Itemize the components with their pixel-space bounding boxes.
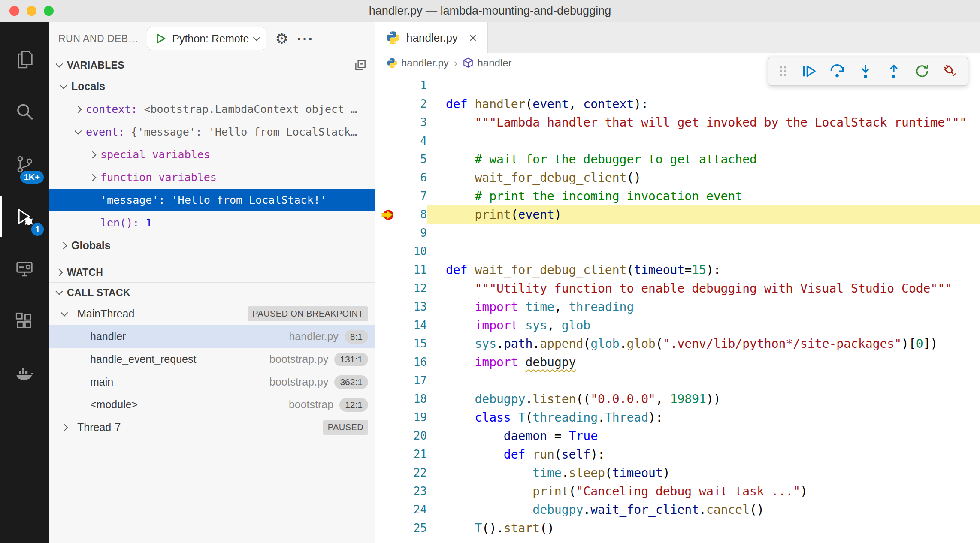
minimize-window-button[interactable] (27, 6, 36, 16)
glyph-margin[interactable] (375, 169, 400, 187)
scope-row[interactable]: Globals (49, 234, 375, 257)
stack-frame-row[interactable]: <module>bootstrap12:1 (49, 393, 375, 416)
code-text[interactable]: """Lambda handler that will get invoked … (427, 113, 980, 132)
more-actions-icon[interactable]: ··· (297, 30, 314, 47)
glyph-margin[interactable] (375, 427, 400, 445)
zoom-window-button[interactable] (44, 6, 54, 16)
step-into-button[interactable] (853, 59, 877, 83)
code-text[interactable]: import time, threading (427, 298, 980, 316)
glyph-margin[interactable] (375, 150, 400, 169)
glyph-margin[interactable] (375, 408, 400, 427)
activity-extensions[interactable] (0, 295, 49, 347)
glyph-margin[interactable] (375, 390, 400, 408)
close-icon[interactable]: × (469, 31, 477, 45)
variable-row[interactable]: 'message': 'Hello from LocalStack!' (49, 189, 375, 211)
breadcrumb-item-file[interactable]: handler.py (387, 57, 449, 69)
gear-icon[interactable]: ⚙ (275, 30, 288, 47)
close-window-button[interactable] (9, 6, 19, 16)
variable-row[interactable]: len(): 1 (49, 211, 375, 234)
code-text[interactable]: sys.path.append(glob.glob(".venv/lib/pyt… (427, 335, 980, 353)
activity-docker[interactable] (0, 347, 49, 400)
code-text[interactable]: # print the incoming invocation event (427, 187, 980, 205)
glyph-margin[interactable] (375, 464, 400, 482)
watch-section-header[interactable]: WATCH (49, 262, 375, 282)
code-text[interactable]: wait_for_debug_client() (427, 169, 980, 187)
glyph-margin[interactable] (375, 371, 400, 390)
glyph-margin[interactable] (375, 187, 400, 205)
chevron-right-icon[interactable] (56, 243, 71, 248)
glyph-margin[interactable] (375, 279, 400, 298)
chevron-right-icon[interactable] (85, 152, 100, 157)
breakpoint-current-line-icon[interactable] (375, 205, 400, 224)
glyph-margin[interactable] (375, 76, 400, 95)
glyph-margin[interactable] (375, 501, 400, 519)
code-text[interactable] (427, 132, 980, 150)
chevron-down-icon[interactable] (70, 130, 86, 135)
code-text[interactable]: import debugpy (427, 353, 980, 371)
code-text[interactable]: class T(threading.Thread): (427, 408, 980, 427)
glyph-margin[interactable] (375, 316, 400, 335)
code-text[interactable]: daemon = True (427, 427, 980, 445)
start-debug-icon[interactable] (154, 32, 167, 45)
collapse-all-icon[interactable] (354, 58, 367, 72)
continue-button[interactable] (797, 59, 821, 83)
disconnect-button[interactable] (938, 59, 962, 83)
variable-row[interactable]: function variables (49, 166, 375, 189)
code-text[interactable]: time.sleep(timeout) (427, 464, 980, 482)
stack-frame-row[interactable]: handlerhandler.py8:1 (49, 325, 375, 348)
glyph-margin[interactable] (375, 95, 400, 113)
variable-row[interactable]: event: {'message': 'Hello from LocalStac… (49, 121, 375, 143)
glyph-margin[interactable] (375, 132, 400, 150)
stack-frame-row[interactable]: handle_event_requestbootstrap.py131:1 (49, 348, 375, 371)
chevron-right-icon[interactable] (57, 425, 72, 430)
code-text[interactable] (427, 371, 980, 390)
code-text[interactable] (427, 224, 980, 242)
thread-row[interactable]: MainThreadPAUSED ON BREAKPOINT (49, 302, 375, 325)
code-text[interactable]: import sys, glob (427, 316, 980, 335)
chevron-right-icon[interactable] (85, 175, 100, 180)
glyph-margin[interactable] (375, 298, 400, 316)
variable-row[interactable]: context: <bootstrap.LambdaContext object… (49, 98, 375, 121)
thread-row[interactable]: Thread-7PAUSED (49, 416, 375, 439)
glyph-margin[interactable] (375, 113, 400, 132)
glyph-margin[interactable] (375, 242, 400, 261)
glyph-margin[interactable] (375, 353, 400, 371)
chevron-down-icon[interactable] (56, 84, 71, 89)
glyph-margin[interactable] (375, 519, 400, 537)
step-over-button[interactable] (825, 59, 849, 83)
code-text[interactable]: # wait for the debugger to get attached (427, 150, 980, 169)
code-text[interactable]: def handler(event, context): (427, 95, 980, 113)
code-text[interactable]: T().start() (427, 519, 980, 537)
activity-search[interactable] (0, 86, 49, 138)
code-text[interactable]: debugpy.wait_for_client.cancel() (427, 501, 980, 519)
code-text[interactable] (427, 242, 980, 261)
code-text[interactable]: """Utility function to enable debugging … (427, 279, 980, 298)
activity-run-and-debug[interactable]: 1 (0, 190, 49, 243)
code-text[interactable]: print("Canceling debug wait task ...") (427, 482, 980, 501)
scope-row[interactable]: Locals (49, 75, 375, 98)
activity-source-control[interactable]: 1K+ (0, 138, 49, 190)
variables-section-header[interactable]: VARIABLES (49, 55, 375, 75)
glyph-margin[interactable] (375, 482, 400, 501)
gripper-icon[interactable] (774, 59, 792, 83)
variable-row[interactable]: special variables (49, 143, 375, 166)
tab-handler-py[interactable]: handler.py × (375, 22, 488, 53)
restart-button[interactable] (910, 59, 934, 83)
activity-remote-explorer[interactable] (0, 243, 49, 295)
code-text[interactable]: def wait_for_debug_client(timeout=15): (427, 261, 980, 279)
glyph-margin[interactable] (375, 224, 400, 242)
step-out-button[interactable] (882, 59, 906, 83)
chevron-right-icon[interactable] (70, 107, 86, 112)
code-text[interactable]: debugpy.listen(("0.0.0.0", 19891)) (427, 390, 980, 408)
glyph-margin[interactable] (375, 335, 400, 353)
debug-config-dropdown[interactable]: Python: Remote (147, 27, 266, 50)
call-stack-section-header[interactable]: CALL STACK (49, 282, 375, 302)
stack-frame-row[interactable]: mainbootstrap.py362:1 (49, 371, 375, 393)
breadcrumb-item-symbol[interactable]: handler (463, 57, 511, 69)
code-text[interactable]: print(event) (427, 205, 980, 224)
code-text[interactable]: def run(self): (427, 445, 980, 464)
chevron-down-icon[interactable] (57, 311, 72, 317)
code-editor[interactable]: 12def handler(event, context):3 """Lambd… (375, 73, 980, 543)
activity-explorer[interactable] (0, 33, 49, 86)
glyph-margin[interactable] (375, 445, 400, 464)
